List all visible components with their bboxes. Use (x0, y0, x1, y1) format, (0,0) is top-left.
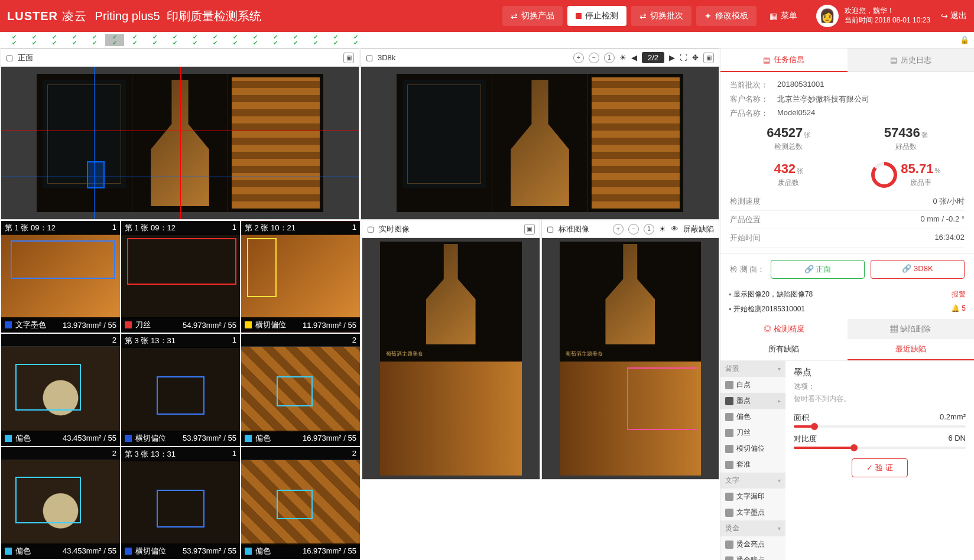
pane-title: 标准图像 (559, 224, 589, 235)
defect-card[interactable]: 第 1 张 09：121文字墨色13.973mm² / 55 (1, 221, 120, 333)
cat-taozhun[interactable]: 套准 (720, 457, 785, 473)
defect-card[interactable]: 第 3 张 13：311横切偏位53.973mm² / 55 (121, 447, 240, 559)
maximize-icon[interactable]: ▣ (524, 224, 535, 235)
stop-detection-button[interactable]: 停止检测 (567, 6, 626, 26)
crosshair-red-horizontal (1, 131, 359, 131)
zoom-out-icon[interactable]: − (589, 53, 599, 63)
check-column[interactable]: ✔✔ (105, 34, 124, 46)
check-column[interactable]: ✔✔ (25, 34, 44, 46)
cat-tangjinliangdian[interactable]: 烫金亮点 (720, 536, 785, 552)
face-label: 检 测 面： (730, 264, 765, 275)
maximize-icon[interactable]: ▣ (703, 53, 714, 63)
subtab-delete[interactable]: ▦ 缺陷删除 (848, 319, 975, 339)
detail-empty: 暂时看不到内容。 (794, 394, 966, 404)
filter-recent-defects[interactable]: 最近缺陷 (848, 339, 975, 360)
stat-rate: 85.71 (901, 161, 933, 176)
cat-modian[interactable]: 墨点▸ (720, 393, 785, 409)
zoom-reset-icon[interactable]: 1 (644, 224, 654, 235)
zoom-in-icon[interactable]: + (573, 53, 584, 63)
fullscreen-icon[interactable]: ⛶ (680, 53, 687, 62)
defect-card[interactable]: 第 3 张 13：311横切偏位53.973mm² / 55 (121, 334, 240, 445)
log-item: 显示图像20，缺陷图像78 (729, 289, 813, 299)
alarm-badge: 报警 (952, 289, 966, 299)
cat-daosi[interactable]: 刀丝 (720, 425, 785, 441)
category-header-foil[interactable]: 烫金▾ (720, 520, 785, 536)
check-column[interactable]: ✔✔ (5, 34, 24, 46)
check-column[interactable]: ✔✔ (346, 34, 365, 46)
check-column[interactable]: ✔✔ (246, 34, 265, 46)
check-column[interactable]: ✔✔ (326, 34, 345, 46)
check-column[interactable]: ✔✔ (206, 34, 225, 46)
cat-tangjinandian[interactable]: 烫金暗点 (720, 552, 785, 560)
zoom-reset-icon[interactable]: 1 (604, 53, 615, 63)
verify-button[interactable]: ✓ 验 证 (852, 458, 907, 477)
defect-card[interactable]: 2偏色43.453mm² / 55 (1, 447, 120, 559)
defect-highlight (627, 367, 698, 430)
switch-batch-button[interactable]: ⇄切换批次 (631, 6, 691, 26)
filter-all-defects[interactable]: 所有缺陷 (720, 339, 848, 360)
category-header-bg[interactable]: 背景▾ (720, 361, 785, 377)
check-column[interactable]: ✔✔ (65, 34, 84, 46)
cat-moqiepianwei[interactable]: 模切偏位 (720, 441, 785, 457)
selection-box[interactable] (87, 161, 105, 188)
check-column[interactable]: ✔✔ (165, 34, 184, 46)
zoom-out-icon[interactable]: − (628, 224, 639, 235)
defect-card[interactable]: 第 1 张 09：121刀丝54.973mm² / 55 (121, 221, 240, 333)
prev-icon[interactable]: ◀ (631, 53, 637, 62)
switch-product-button[interactable]: ⇄切换产品 (502, 6, 563, 26)
check-column[interactable]: ✔✔ (266, 34, 285, 46)
check-column[interactable]: ✔✔ (125, 34, 144, 46)
zoom-in-icon[interactable]: + (613, 224, 624, 235)
3d-view-pane: ▢ 3D8k + − 1 ☀ ◀ 2/2 ▶ ⛶ ✥ ▣ (361, 48, 719, 220)
brightness-icon[interactable]: ☀ (659, 224, 666, 233)
check-column[interactable]: ✔✔ (145, 34, 164, 46)
avatar[interactable]: 👩 (816, 5, 839, 27)
exit-icon: ↪ (941, 11, 948, 21)
start-time-value: 16:34:02 (934, 233, 965, 243)
cat-wenzimodian[interactable]: 文字墨点 (720, 504, 785, 520)
lock-icon[interactable]: 🔒 (960, 35, 969, 44)
defect-card[interactable]: 2偏色16.973mm² / 55 (241, 447, 360, 559)
template-icon: ✦ (704, 11, 712, 21)
contrast-slider[interactable]: 对比度6 DN (794, 434, 966, 449)
target-icon[interactable]: ✥ (692, 53, 699, 62)
print-preview-3d (397, 74, 683, 212)
eye-icon[interactable]: 👁 (671, 224, 678, 233)
category-header-text[interactable]: 文字▾ (720, 473, 785, 489)
product-value: Model0524 (777, 108, 815, 119)
check-column[interactable]: ✔✔ (85, 34, 104, 46)
check-column[interactable]: ✔✔ (286, 34, 305, 46)
defect-card[interactable]: 第 2 张 10：211横切偏位11.973mm² / 55 (241, 221, 360, 333)
product-name: Priting plus5 印刷质量检测系统 (95, 8, 261, 24)
crosshair-blue-vertical (94, 67, 95, 219)
subtab-precision[interactable]: ◎ 检测精度 (720, 319, 848, 339)
area-slider[interactable]: 面积0.2mm² (794, 412, 966, 428)
brightness-icon[interactable]: ☀ (619, 53, 626, 62)
defect-category-list: 背景▾ 白点 墨点▸ 偏色 刀丝 模切偏位 套准 文字▾ 文字漏印 文字墨点 烫… (720, 361, 785, 560)
cat-wenzilouyin[interactable]: 文字漏印 (720, 489, 785, 504)
check-column[interactable]: ✔✔ (186, 34, 204, 46)
shield-label[interactable]: 屏蔽缺陷 (683, 224, 714, 235)
maximize-icon[interactable]: ▣ (343, 53, 354, 63)
check-column[interactable]: ✔✔ (45, 34, 64, 46)
logout-button[interactable]: ↪退出 (941, 11, 967, 21)
cat-baidian[interactable]: 白点 (720, 377, 785, 393)
pane-title: 实时图像 (379, 224, 410, 235)
cat-pianse[interactable]: 偏色 (720, 409, 785, 425)
tab-history[interactable]: ▤历史日志 (848, 48, 975, 72)
check-column[interactable]: ✔✔ (306, 34, 325, 46)
next-icon[interactable]: ▶ (669, 53, 675, 62)
defect-card[interactable]: 2偏色16.973mm² / 55 (241, 334, 360, 445)
live-image-pane: ▢ 实时图像 ▣ 葡萄酒主题美食 (362, 220, 540, 480)
tab-task-info[interactable]: ▤任务信息 (720, 48, 848, 72)
defect-card[interactable]: 2偏色43.453mm² / 55 (1, 334, 120, 445)
3d8k-face-button[interactable]: 🔗 3D8K (871, 260, 965, 279)
check-column[interactable]: ✔✔ (226, 34, 245, 46)
defect-detail: 墨点 选项： 暂时看不到内容。 面积0.2mm² 对比度6 DN ✓ 验 证 (785, 361, 974, 560)
menu-button[interactable]: ▦菜单 (761, 6, 806, 26)
pane-title: 3D8k (378, 53, 395, 62)
edit-template-button[interactable]: ✦修改模板 (696, 6, 757, 26)
stop-icon (576, 13, 582, 19)
user-info: 欢迎您，魏华！ 当前时间 2018 08-01 10:23 (845, 6, 930, 25)
front-face-button[interactable]: 🔗 正面 (771, 260, 865, 279)
